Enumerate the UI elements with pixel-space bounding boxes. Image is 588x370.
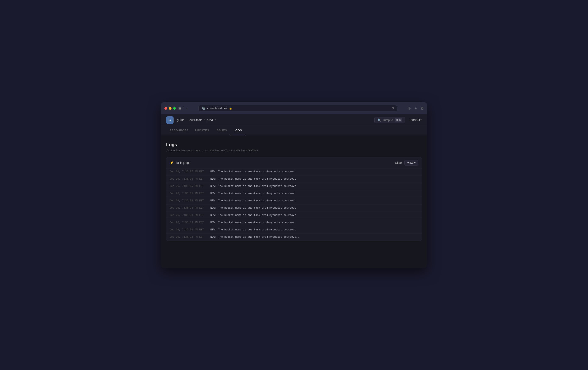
browser-window: ▣ ˅ ‹ 🖥️ console.sst.dev 🔒 ⊡ ⎋ ＋ ⧉ G gui… xyxy=(161,102,427,268)
log-timestamp: Dec 26, 7:36:03 PM EST xyxy=(170,214,207,217)
log-timestamp: Dec 26, 7:36:07 PM EST xyxy=(170,170,207,173)
close-button[interactable] xyxy=(164,107,167,110)
jump-to-button[interactable]: 🔍 Jump to ⌘ K xyxy=(374,117,405,123)
reader-mode-icon: ⊡ xyxy=(392,107,394,110)
search-icon: 🔍 xyxy=(378,119,381,122)
cmd-key: ⌘ xyxy=(396,119,399,121)
view-label: View xyxy=(407,161,413,164)
page-subtitle: /sst/cluster/aws-task-prod-MyClusterClus… xyxy=(166,149,422,152)
log-message: NEW: The bucket name is aws-task-prod-my… xyxy=(210,214,296,217)
breadcrumb-project[interactable]: aws-task xyxy=(189,118,202,122)
tailing-label: Tailing logs xyxy=(176,161,190,164)
minimize-button[interactable] xyxy=(169,107,171,110)
breadcrumb-sep-1: / xyxy=(187,119,188,122)
log-timestamp: Dec 26, 7:36:04 PM EST xyxy=(170,207,207,210)
log-message: NEW: The bucket name is aws-task-prod-my… xyxy=(210,221,296,224)
log-entry: Dec 26, 7:36:03 PM ESTNEW: The bucket na… xyxy=(166,219,422,226)
log-entry: Dec 26, 7:36:04 PM ESTNEW: The bucket na… xyxy=(166,204,422,212)
log-panel-header: ⚡ Tailing logs Clear View ▾ xyxy=(166,157,422,168)
breadcrumb-app[interactable]: guide xyxy=(177,118,185,122)
url-text: console.sst.dev xyxy=(207,107,227,110)
log-message: NEW: The bucket name is aws-task-prod-my… xyxy=(210,228,296,231)
tab-resources[interactable]: RESOURCES xyxy=(166,126,192,135)
app-logo: G xyxy=(166,116,174,124)
header-left: G guide / aws-task / prod ⌃ xyxy=(166,116,216,124)
k-key: K xyxy=(399,119,401,121)
log-entry: Dec 26, 7:36:05 PM ESTNEW: The bucket na… xyxy=(166,190,422,197)
log-entry: Dec 26, 7:36:06 PM ESTNEW: The bucket na… xyxy=(166,175,422,183)
site-favicon: 🖥️ xyxy=(202,107,206,110)
browser-controls: ▣ ˅ ‹ xyxy=(178,106,188,110)
page-title: Logs xyxy=(166,142,422,148)
log-entry: Dec 26, 7:36:02 PM ESTNEW: The bucket na… xyxy=(166,226,422,233)
log-timestamp: Dec 26, 7:36:02 PM EST xyxy=(170,236,207,239)
log-entry: Dec 26, 7:36:02 PM ESTNEW: The bucket na… xyxy=(166,233,422,240)
log-message: NEW: The bucket name is aws-task-prod-my… xyxy=(210,207,296,210)
app-header: G guide / aws-task / prod ⌃ 🔍 Jump to xyxy=(161,114,427,126)
browser-actions: ⎋ ＋ ⧉ xyxy=(408,106,424,111)
env-label: prod xyxy=(207,118,213,122)
log-entry: Dec 26, 7:36:03 PM ESTNEW: The bucket na… xyxy=(166,212,422,219)
breadcrumb: guide / aws-task / prod ⌃ xyxy=(177,118,216,122)
breadcrumb-env[interactable]: prod ⌃ xyxy=(207,118,216,122)
lightning-icon: ⚡ xyxy=(170,161,174,165)
log-panel: ⚡ Tailing logs Clear View ▾ Dec 26, 7:36… xyxy=(166,157,422,241)
log-panel-actions: Clear View ▾ xyxy=(395,160,418,166)
logout-button[interactable]: LOGOUT xyxy=(409,119,422,122)
back-button[interactable]: ‹ xyxy=(187,106,188,110)
sidebar-toggle[interactable]: ▣ ˅ xyxy=(178,106,184,110)
address-bar[interactable]: 🖥️ console.sst.dev 🔒 ⊡ xyxy=(199,105,397,111)
tab-logs[interactable]: LOGS xyxy=(230,126,245,135)
log-message: NEW: The bucket name is aws-task-prod-my… xyxy=(210,170,296,173)
traffic-lights xyxy=(164,107,176,110)
browser-chrome: ▣ ˅ ‹ 🖥️ console.sst.dev 🔒 ⊡ ⎋ ＋ ⧉ xyxy=(161,102,427,114)
breadcrumb-sep-2: / xyxy=(204,119,205,122)
jump-to-label: Jump to xyxy=(383,119,393,122)
log-message: NEW: The bucket name is aws-task-prod-my… xyxy=(210,192,296,195)
keyboard-shortcut: ⌘ K xyxy=(395,118,402,122)
clear-button[interactable]: Clear xyxy=(395,161,402,164)
log-entry: Dec 26, 7:36:04 PM ESTNEW: The bucket na… xyxy=(166,197,422,204)
app-content: G guide / aws-task / prod ⌃ 🔍 Jump to xyxy=(161,114,427,268)
log-entries: Dec 26, 7:36:07 PM ESTNEW: The bucket na… xyxy=(166,168,422,240)
log-entry: Dec 26, 7:36:07 PM ESTNEW: The bucket na… xyxy=(166,168,422,175)
share-icon[interactable]: ⎋ xyxy=(408,106,410,110)
lock-icon: 🔒 xyxy=(229,107,232,110)
log-message: NEW: The bucket name is aws-task-prod-my… xyxy=(210,236,301,239)
log-timestamp: Dec 26, 7:36:05 PM EST xyxy=(170,185,207,188)
tailing-indicator: ⚡ Tailing logs xyxy=(170,161,190,165)
log-timestamp: Dec 26, 7:36:05 PM EST xyxy=(170,192,207,195)
log-message: NEW: The bucket name is aws-task-prod-my… xyxy=(210,185,296,188)
chevron-down-icon: ▾ xyxy=(414,161,416,164)
log-message: NEW: The bucket name is aws-task-prod-my… xyxy=(210,178,296,180)
log-message: NEW: The bucket name is aws-task-prod-my… xyxy=(210,199,296,202)
log-timestamp: Dec 26, 7:36:04 PM EST xyxy=(170,199,207,202)
tabs-icon[interactable]: ⧉ xyxy=(421,106,424,110)
new-tab-icon[interactable]: ＋ xyxy=(414,106,418,111)
nav-tabs: RESOURCES UPDATES ISSUES LOGS xyxy=(161,126,427,135)
header-right: 🔍 Jump to ⌘ K LOGOUT xyxy=(374,117,422,123)
log-timestamp: Dec 26, 7:36:03 PM EST xyxy=(170,221,207,224)
view-button[interactable]: View ▾ xyxy=(404,160,418,166)
chevron-down-icon: ⌃ xyxy=(214,119,216,121)
maximize-button[interactable] xyxy=(173,107,176,110)
tab-updates[interactable]: UPDATES xyxy=(192,126,213,135)
log-timestamp: Dec 26, 7:36:02 PM EST xyxy=(170,228,207,231)
page-content: Logs /sst/cluster/aws-task-prod-MyCluste… xyxy=(161,135,427,247)
log-entry: Dec 26, 7:36:05 PM ESTNEW: The bucket na… xyxy=(166,183,422,190)
tab-issues[interactable]: ISSUES xyxy=(212,126,230,135)
log-timestamp: Dec 26, 7:36:06 PM EST xyxy=(170,178,207,180)
